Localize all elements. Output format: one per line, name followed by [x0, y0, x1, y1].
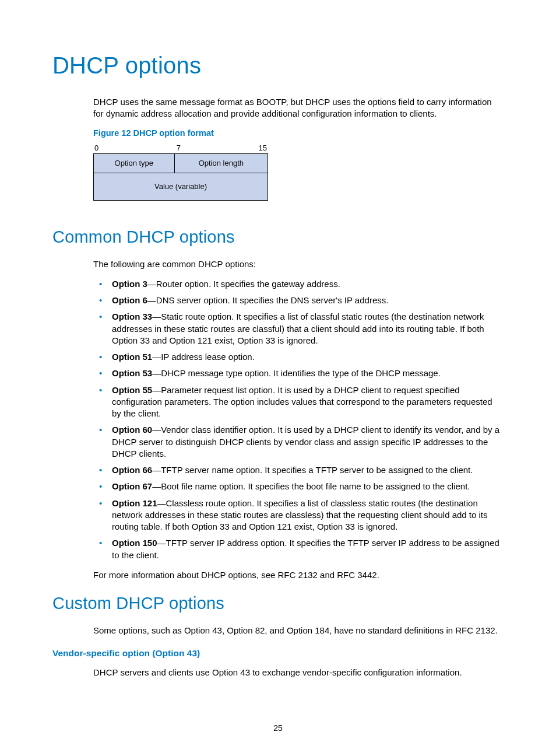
option-item: Option 33—Static route option. It specif… [93, 311, 504, 346]
option-desc: —TFTP server name option. It specifies a… [152, 465, 473, 475]
custom-options-block: Some options, such as Option 43, Option … [93, 625, 504, 636]
option-desc: —DHCP message type option. It identifies… [152, 368, 441, 378]
page-number: 25 [0, 723, 556, 733]
option-name: Option 67 [112, 481, 152, 491]
option-desc: —Router option. It specifies the gateway… [147, 279, 340, 289]
option-item: Option 150—TFTP server IP address option… [93, 537, 504, 561]
custom-options-heading: Custom DHCP options [52, 594, 504, 613]
option-item: Option 51—IP address lease option. [93, 351, 504, 363]
options-list: Option 3—Router option. It specifies the… [93, 278, 504, 561]
option-item: Option 6—DNS server option. It specifies… [93, 295, 504, 306]
option-desc: —Parameter request list option. It is us… [112, 385, 492, 419]
option-item: Option 60—Vendor class identifier option… [93, 424, 504, 460]
option-name: Option 51 [112, 352, 152, 362]
option-desc: —IP address lease option. [152, 352, 255, 362]
common-lead: The following are common DHCP options: [93, 258, 504, 270]
figure-caption: Figure 12 DHCP option format [93, 128, 504, 138]
custom-lead: Some options, such as Option 43, Option … [93, 625, 504, 636]
option-desc: —DNS server option. It specifies the DNS… [147, 295, 389, 305]
bit-label-7: 7 [177, 144, 181, 152]
vendor-specific-heading: Vendor-specific option (Option 43) [52, 648, 504, 659]
option-desc: —Static route option. It specifies a lis… [112, 312, 484, 345]
common-options-block: The following are common DHCP options: O… [93, 258, 504, 582]
cell-value: Value (variable) [94, 173, 268, 200]
option-name: Option 121 [112, 498, 157, 508]
page: DHCP options DHCP uses the same message … [0, 0, 556, 756]
vendor-specific-body: DHCP servers and clients use Option 43 t… [93, 667, 504, 678]
option-desc: —Classless route option. It specifies a … [112, 498, 488, 532]
option-name: Option 66 [112, 465, 152, 475]
option-name: Option 55 [112, 385, 152, 395]
bit-label-0: 0 [94, 144, 98, 152]
format-table: Option type Option length Value (variabl… [93, 153, 268, 201]
page-title: DHCP options [52, 52, 504, 79]
option-name: Option 3 [112, 279, 147, 289]
option-item: Option 53—DHCP message type option. It i… [93, 368, 504, 379]
vendor-specific-block: DHCP servers and clients use Option 43 t… [93, 667, 504, 678]
cell-option-type: Option type [94, 153, 175, 173]
option-desc: —Boot file name option. It specifies the… [152, 481, 470, 491]
bit-labels: 0 7 15 [93, 144, 268, 153]
option-name: Option 60 [112, 425, 152, 435]
intro-block: DHCP uses the same message format as BOO… [93, 96, 504, 201]
option-name: Option 53 [112, 368, 152, 378]
dhcp-option-format-diagram: 0 7 15 Option type Option length Value (… [93, 144, 268, 201]
bit-label-15: 15 [259, 144, 267, 152]
option-item: Option 66—TFTP server name option. It sp… [93, 464, 504, 476]
intro-text: DHCP uses the same message format as BOO… [93, 96, 504, 120]
common-footer: For more information about DHCP options,… [93, 569, 504, 581]
option-item: Option 121—Classless route option. It sp… [93, 498, 504, 533]
cell-option-length: Option length [174, 153, 268, 173]
option-name: Option 6 [112, 295, 147, 305]
option-item: Option 67—Boot file name option. It spec… [93, 481, 504, 492]
option-name: Option 150 [112, 538, 157, 548]
common-options-heading: Common DHCP options [52, 228, 504, 247]
option-desc: —TFTP server IP address option. It speci… [112, 538, 499, 559]
option-item: Option 55—Parameter request list option.… [93, 384, 504, 420]
option-name: Option 33 [112, 312, 152, 321]
option-desc: —Vendor class identifier option. It is u… [112, 425, 499, 459]
option-item: Option 3—Router option. It specifies the… [93, 278, 504, 290]
